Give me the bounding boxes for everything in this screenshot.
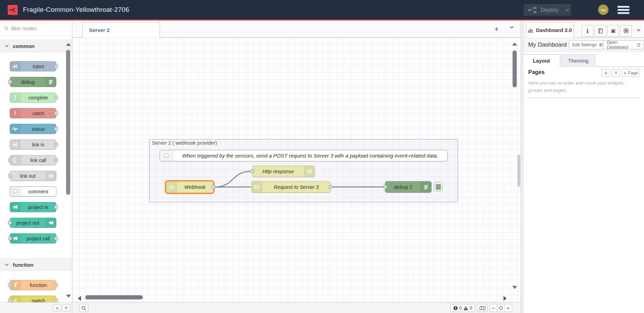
main-menu-icon[interactable] — [618, 6, 629, 14]
workspace: Server 2 + Server 2 ( webhook provider) … — [72, 21, 521, 302]
help-tab-button[interactable] — [595, 25, 606, 37]
palette-node-project-call[interactable]: project call — [10, 233, 56, 243]
add-page-button[interactable]: +Page — [622, 69, 640, 77]
node-output-port[interactable] — [329, 185, 332, 189]
palette-node-function[interactable]: f function — [10, 280, 56, 290]
palette-node-project-out[interactable]: project out — [10, 218, 56, 228]
sidebar-menu-chevron-icon[interactable] — [637, 29, 641, 31]
flow-node-label: Http response — [252, 166, 304, 177]
node-output-port[interactable] — [54, 143, 58, 146]
debug-tab-button[interactable] — [607, 25, 619, 37]
node-output-port[interactable] — [54, 111, 58, 115]
palette-scroll-down-icon[interactable] — [65, 294, 72, 298]
node-output-port[interactable] — [54, 283, 58, 287]
node-input-port[interactable] — [8, 80, 12, 84]
collapse-categories-button[interactable] — [53, 304, 61, 311]
palette-category-label: function — [13, 262, 33, 268]
palette-node-switch[interactable]: switch — [10, 296, 56, 302]
palette-scroll-up-icon[interactable] — [65, 42, 72, 47]
flow-list-chevron-icon[interactable] — [510, 26, 514, 29]
palette-node-comment[interactable]: comment — [10, 186, 56, 196]
palette-category-function[interactable]: function — [0, 258, 72, 271]
flow-node-debug1[interactable]: debug 1 — [385, 181, 432, 193]
palette-node-link-in[interactable]: link in — [10, 139, 56, 150]
notification-badges[interactable]: 0 0 — [450, 304, 475, 312]
sidebar-resize-handle[interactable] — [517, 155, 520, 187]
zoom-reset-button[interactable] — [497, 304, 505, 312]
chevron-double-up-icon — [604, 71, 608, 75]
palette-filter-placeholder: filter nodes — [11, 25, 37, 31]
sidebar-tab-label: Dashboard 2.0 — [536, 27, 572, 33]
deploy-chevron-icon[interactable] — [565, 9, 569, 11]
node-output-port[interactable] — [54, 299, 58, 302]
user-avatar[interactable]: su — [598, 5, 609, 15]
palette-category: common inject debug ! complete ! catch s… — [0, 40, 72, 258]
info-tab-button[interactable]: i — [582, 25, 593, 37]
config-tab-button[interactable] — [620, 25, 632, 37]
palette-node-link-call[interactable]: link call — [10, 155, 56, 165]
node-input-port[interactable] — [383, 185, 387, 189]
node-input-port[interactable] — [8, 221, 12, 225]
palette-category-label: common — [13, 43, 35, 49]
warning-count: 0 — [470, 305, 472, 311]
palette-node-project-in[interactable]: project in — [10, 202, 56, 212]
palette-node-link-out[interactable]: link out — [10, 171, 56, 181]
flow-node-request[interactable]: Request to Server 3 — [251, 181, 331, 193]
canvas-scroll-left-icon[interactable] — [77, 295, 82, 302]
node-output-port[interactable] — [54, 64, 58, 68]
node-input-port[interactable] — [8, 283, 12, 287]
globe-icon — [252, 182, 262, 192]
node-output-port[interactable] — [54, 205, 58, 209]
edit-settings-button[interactable]: Edit Settings — [569, 40, 606, 49]
debug-enable-toggle[interactable] — [434, 182, 443, 192]
node-output-port[interactable] — [211, 185, 215, 189]
node-output-port[interactable] — [54, 127, 58, 131]
deploy-button[interactable]: Deploy — [524, 4, 571, 16]
canvas-hscrollbar[interactable] — [85, 295, 143, 299]
flow-canvas[interactable]: Server 2 ( webhook provider) When trigge… — [72, 38, 521, 302]
node-input-port[interactable] — [8, 174, 12, 178]
tab-layout[interactable]: Layout — [523, 54, 560, 67]
sidebar-tab-dashboard[interactable]: Dashboard 2.0 — [526, 22, 574, 38]
node-input-port[interactable] — [8, 299, 12, 302]
flow-node-webhook[interactable]: Webhook — [166, 181, 214, 193]
palette-scrollbar[interactable] — [66, 50, 70, 195]
move-page-down-button[interactable] — [612, 69, 620, 77]
canvas-scroll-down-icon[interactable] — [512, 285, 518, 290]
node-input-port[interactable] — [8, 236, 12, 240]
app-title: Fragile-Common-Yellowthroat-2706 — [23, 0, 129, 19]
palette-node-label: link in — [21, 140, 56, 149]
palette-node-debug[interactable]: debug — [10, 77, 56, 87]
open-dashboard-button[interactable]: Open Dashboard — [603, 40, 644, 49]
move-page-up-button[interactable] — [602, 69, 610, 77]
zoom-out-button[interactable]: − — [490, 304, 497, 312]
node-output-port[interactable] — [54, 158, 58, 162]
node-input-port[interactable] — [8, 158, 12, 162]
flow-tab-bar: Server 2 + — [72, 21, 521, 38]
canvas-scroll-up-icon[interactable] — [512, 42, 518, 46]
palette-node-status[interactable]: status — [10, 124, 56, 134]
globe-icon — [304, 166, 314, 177]
comment-node[interactable]: When triggered by the sensors, send a PO… — [160, 150, 448, 161]
palette-node-label: complete — [21, 93, 56, 102]
palette-node-complete[interactable]: ! complete — [10, 93, 56, 103]
flow-tab-server-2[interactable]: Server 2 — [82, 22, 160, 38]
node-input-port[interactable] — [250, 169, 254, 173]
flow-node-http_response[interactable]: Http response — [252, 166, 315, 177]
palette-category-common[interactable]: common — [0, 40, 72, 52]
canvas-vscrollbar[interactable] — [513, 50, 517, 87]
add-flow-button[interactable]: + — [492, 25, 501, 34]
canvas-scroll-right-icon[interactable] — [503, 295, 507, 302]
palette-filter-input[interactable]: filter nodes — [0, 21, 72, 36]
palette-node-inject[interactable]: inject — [10, 61, 56, 71]
canvas-search-button[interactable] — [79, 304, 88, 312]
zoom-in-button[interactable]: + — [505, 304, 512, 312]
node-output-port[interactable] — [54, 96, 58, 99]
expand-categories-button[interactable] — [62, 304, 70, 311]
navigator-button[interactable] — [477, 304, 488, 312]
tab-theming[interactable]: Theming — [561, 54, 596, 67]
app-logo-icon — [8, 5, 18, 15]
node-output-port[interactable] — [54, 236, 58, 240]
palette-node-catch[interactable]: ! catch — [10, 108, 56, 118]
palette-category: function f function switch — [0, 258, 72, 302]
